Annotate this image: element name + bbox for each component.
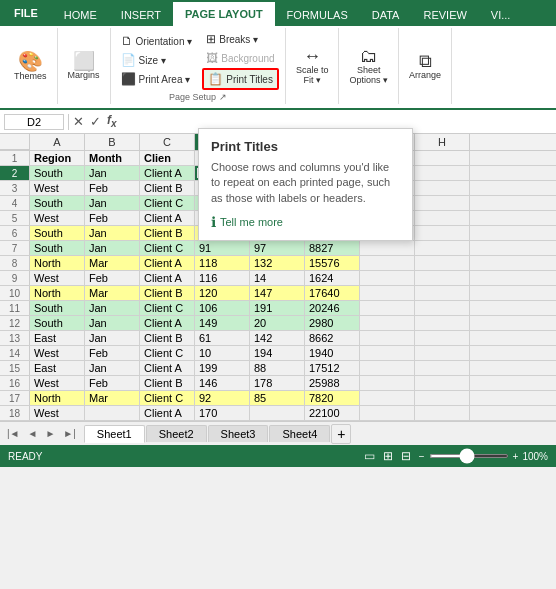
cell-14-a[interactable]: West <box>30 346 85 360</box>
page-layout-view-icon[interactable]: ⊞ <box>383 449 393 463</box>
cell-16-a[interactable]: West <box>30 376 85 390</box>
cell-1-c[interactable]: Clien <box>140 151 195 165</box>
cell-1-b[interactable]: Month <box>85 151 140 165</box>
cell-17-f[interactable]: 7820 <box>305 391 360 405</box>
sheet-scroll-left[interactable]: ◄ <box>25 428 41 439</box>
background-button[interactable]: 🖼 Background <box>202 49 279 67</box>
cell-2-a[interactable]: South <box>30 166 85 180</box>
cell-17-a[interactable]: North <box>30 391 85 405</box>
sheet-tab-3[interactable]: Sheet3 <box>208 425 269 442</box>
sheet-tab-1[interactable]: Sheet1 <box>84 425 145 443</box>
cell-1-a[interactable]: Region <box>30 151 85 165</box>
cell-5-a[interactable]: West <box>30 211 85 225</box>
cell-5-c[interactable]: Client A <box>140 211 195 225</box>
sheet-tab-4[interactable]: Sheet4 <box>269 425 330 442</box>
cell-8-h[interactable] <box>415 256 470 270</box>
cell-7-c[interactable]: Client C <box>140 241 195 255</box>
cell-12-b[interactable]: Jan <box>85 316 140 330</box>
cell-12-g[interactable] <box>360 316 415 330</box>
cell-4-b[interactable]: Jan <box>85 196 140 210</box>
col-header-a[interactable]: A <box>30 134 85 150</box>
cell-14-e[interactable]: 194 <box>250 346 305 360</box>
scale-to-fit-button[interactable]: ↔ Scale to Fit ▾ <box>292 45 333 87</box>
cell-18-b[interactable] <box>85 406 140 420</box>
cell-1-h[interactable] <box>415 151 470 165</box>
cell-reference-input[interactable] <box>4 114 64 130</box>
cell-12-c[interactable]: Client A <box>140 316 195 330</box>
cell-15-a[interactable]: East <box>30 361 85 375</box>
sheet-options-button[interactable]: 🗂 Sheet Options ▾ <box>345 45 392 87</box>
orientation-button[interactable]: 🗋 Orientation ▾ <box>117 32 197 50</box>
cell-5-h[interactable] <box>415 211 470 225</box>
cell-16-c[interactable]: Client B <box>140 376 195 390</box>
cell-8-c[interactable]: Client A <box>140 256 195 270</box>
col-header-h[interactable]: H <box>415 134 470 150</box>
cell-9-e[interactable]: 14 <box>250 271 305 285</box>
confirm-formula-icon[interactable]: ✓ <box>90 114 101 129</box>
cell-2-c[interactable]: Client A <box>140 166 195 180</box>
cell-9-h[interactable] <box>415 271 470 285</box>
normal-view-icon[interactable]: ▭ <box>364 449 375 463</box>
cell-14-b[interactable]: Feb <box>85 346 140 360</box>
cell-13-f[interactable]: 8662 <box>305 331 360 345</box>
themes-button[interactable]: 🎨 Themes <box>10 49 51 83</box>
cell-6-b[interactable]: Jan <box>85 226 140 240</box>
cell-10-a[interactable]: North <box>30 286 85 300</box>
cell-8-f[interactable]: 15576 <box>305 256 360 270</box>
tab-view[interactable]: VI... <box>479 4 523 26</box>
cell-16-f[interactable]: 25988 <box>305 376 360 390</box>
cell-16-h[interactable] <box>415 376 470 390</box>
cell-8-a[interactable]: North <box>30 256 85 270</box>
cell-8-g[interactable] <box>360 256 415 270</box>
cell-18-f[interactable]: 22100 <box>305 406 360 420</box>
cell-17-g[interactable] <box>360 391 415 405</box>
cell-9-c[interactable]: Client A <box>140 271 195 285</box>
cell-11-e[interactable]: 191 <box>250 301 305 315</box>
cell-14-f[interactable]: 1940 <box>305 346 360 360</box>
cell-18-a[interactable]: West <box>30 406 85 420</box>
tab-home[interactable]: HOME <box>52 4 109 26</box>
tooltip-link-text[interactable]: Tell me more <box>220 216 283 228</box>
size-button[interactable]: 📄 Size ▾ <box>117 51 197 69</box>
zoom-slider[interactable] <box>429 454 509 458</box>
cell-17-d[interactable]: 92 <box>195 391 250 405</box>
cell-13-d[interactable]: 61 <box>195 331 250 345</box>
cell-15-b[interactable]: Jan <box>85 361 140 375</box>
cell-16-d[interactable]: 146 <box>195 376 250 390</box>
cell-18-h[interactable] <box>415 406 470 420</box>
cell-10-d[interactable]: 120 <box>195 286 250 300</box>
cell-15-c[interactable]: Client A <box>140 361 195 375</box>
cell-11-h[interactable] <box>415 301 470 315</box>
breaks-button[interactable]: ⊞ Breaks ▾ <box>202 30 279 48</box>
cell-6-c[interactable]: Client B <box>140 226 195 240</box>
cell-17-e[interactable]: 85 <box>250 391 305 405</box>
print-area-button[interactable]: ⬛ Print Area ▾ <box>117 70 197 88</box>
file-tab[interactable]: FILE <box>0 0 52 26</box>
cell-12-e[interactable]: 20 <box>250 316 305 330</box>
cell-11-d[interactable]: 106 <box>195 301 250 315</box>
cell-2-h[interactable] <box>415 166 470 180</box>
cell-11-g[interactable] <box>360 301 415 315</box>
cell-12-a[interactable]: South <box>30 316 85 330</box>
add-sheet-button[interactable]: + <box>331 424 351 444</box>
col-header-c[interactable]: C <box>140 134 195 150</box>
cell-7-e[interactable]: 97 <box>250 241 305 255</box>
cell-10-b[interactable]: Mar <box>85 286 140 300</box>
cell-13-h[interactable] <box>415 331 470 345</box>
cell-8-d[interactable]: 118 <box>195 256 250 270</box>
cell-7-h[interactable] <box>415 241 470 255</box>
cell-3-h[interactable] <box>415 181 470 195</box>
cell-10-e[interactable]: 147 <box>250 286 305 300</box>
print-titles-button[interactable]: 📋 Print Titles <box>202 68 279 90</box>
cell-16-e[interactable]: 178 <box>250 376 305 390</box>
tooltip-link[interactable]: ℹ Tell me more <box>211 214 400 230</box>
cell-15-h[interactable] <box>415 361 470 375</box>
cell-8-e[interactable]: 132 <box>250 256 305 270</box>
cell-12-h[interactable] <box>415 316 470 330</box>
sheet-scroll-right[interactable]: ► <box>42 428 58 439</box>
cell-17-b[interactable]: Mar <box>85 391 140 405</box>
cell-4-c[interactable]: Client C <box>140 196 195 210</box>
cell-18-d[interactable]: 170 <box>195 406 250 420</box>
cell-13-g[interactable] <box>360 331 415 345</box>
cell-9-d[interactable]: 116 <box>195 271 250 285</box>
